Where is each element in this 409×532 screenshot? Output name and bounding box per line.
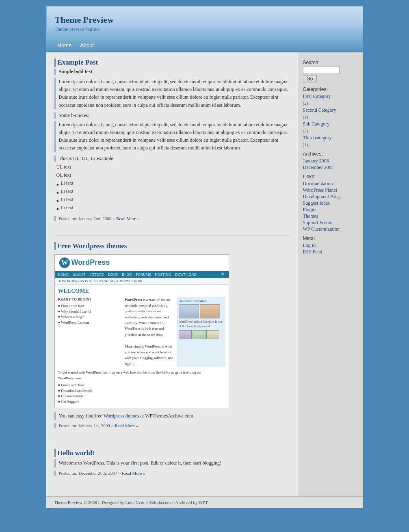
post-2-meta-wrapper: Posted on: January 1st, 2008 > Read More… <box>54 423 290 428</box>
theme-small-2 <box>193 330 206 339</box>
li-3: ● Li text <box>56 197 290 205</box>
archives-label: Archives: <box>303 151 358 157</box>
post-2-read-more[interactable]: Read More <box>115 423 134 428</box>
post-1-list-items: UL text OL text ● Li text ● Li text ● Li… <box>54 164 290 213</box>
post-2-body-wrapper: You can easy find free Wordpress themes … <box>54 412 290 420</box>
post-example: Example Post Simple bold text Lorem ipsu… <box>54 58 290 227</box>
link-wp-planet[interactable]: WordPress Planet <box>303 187 358 193</box>
post-1-bquote-label: Some b-quotes: <box>59 112 290 119</box>
meta-rss[interactable]: RSS Feed <box>303 249 358 255</box>
post-1-title: Example Post <box>58 58 290 67</box>
wp-mock-columns: READY TO BEGIN? ● Find a web host ● Why … <box>58 297 225 367</box>
post-3-title: Hello world! <box>58 449 290 457</box>
main-layout: Example Post Simple bold text Lorem ipsu… <box>46 52 363 496</box>
li-1-text: Li text <box>61 180 74 186</box>
post-3-body: Welcome to WordPress. This is your first… <box>59 459 290 467</box>
footer-solutia-link[interactable]: Solutia.com <box>149 500 171 505</box>
cat-4: Third category (1) <box>303 135 358 148</box>
site-footer: Theme Preview © 2008 > Designed by Luka … <box>46 496 363 508</box>
go-button[interactable]: Go <box>303 75 317 82</box>
search-label: Search: <box>303 60 358 65</box>
footer-designer-link[interactable]: Luka Cvrk <box>125 500 144 505</box>
link-plugins[interactable]: Plugins <box>303 207 358 213</box>
wp-mock-body: WELCOME READY TO BEGIN? ● Find a web hos… <box>55 285 229 408</box>
post-2-title: Free Wordpress themes <box>58 242 290 250</box>
categories-list: First Category (2) Second Category (1) S… <box>303 93 358 148</box>
site-header: Theme Preview Theme preview tagline <box>46 6 363 39</box>
post-3-meta: Posted on: December 26th, 2007 > Read Mo… <box>59 471 290 476</box>
post-1-list-label-wrapper: This is UL, OL, LI example: <box>54 156 290 162</box>
wp-mock-bottom: To get started with WordPress, set it up… <box>58 370 225 404</box>
cat-3-link[interactable]: Sub Category <box>303 121 358 127</box>
post-1-subtitle: Simple bold text <box>59 69 290 75</box>
li-ol: OL text <box>56 172 290 178</box>
cat-2-count: (1) <box>303 115 308 119</box>
footer-site-link[interactable]: Theme Preview <box>54 500 82 505</box>
li-3-text: Li text <box>61 197 74 203</box>
archive-dec-2007[interactable]: December 2007 <box>303 164 358 171</box>
divider-2 <box>54 443 290 443</box>
nav-about[interactable]: About <box>77 41 97 49</box>
wp-mock-nav: HOME ABOUT EXTEND DOCS BLOG FORUMS HOSTI… <box>55 271 229 278</box>
post-1-subtitle-wrapper: Simple bold text <box>54 69 290 75</box>
post-2-meta: Posted on: January 1st, 2008 > Read More… <box>59 423 290 428</box>
cat-4-link[interactable]: Third category <box>303 135 358 141</box>
link-dev-blog[interactable]: Development Blog <box>303 194 358 200</box>
link-support-forum[interactable]: Support Forum <box>303 220 358 226</box>
cat-1: First Category (2) <box>303 93 358 106</box>
link-documentation[interactable]: Documentation <box>303 181 358 187</box>
post-1-body2: Lorem ipsum dolor sit amet, consectetur … <box>59 121 290 152</box>
theme-box-1 <box>179 304 199 318</box>
wp-logo-container: W WordPress <box>59 257 110 268</box>
footer-copyright: © 2008 > Designed by <box>84 500 124 505</box>
footer-wpt-link[interactable]: WPT <box>199 500 208 505</box>
wp-mock-themes-col: Available Themes WordPress' admin interf… <box>177 297 225 367</box>
wp-mock-welcome: WELCOME <box>58 288 225 294</box>
cat-1-link[interactable]: First Category <box>303 93 358 99</box>
cat-3-count: (2) <box>303 128 308 133</box>
footer-archived: Archived by <box>175 500 198 505</box>
theme-boxes <box>179 304 223 318</box>
post-1-list-label: This is UL, OL, LI example: <box>59 156 290 162</box>
sidebar: Search: Go Categories: First Category (2… <box>298 52 363 496</box>
post-1-read-more[interactable]: Read More <box>116 216 136 221</box>
li-ul: UL text <box>56 164 290 170</box>
link-suggest-ideas[interactable]: Suggest Ideas <box>303 200 358 206</box>
li-4-text: Li text <box>61 205 74 211</box>
theme-small-boxes <box>179 330 223 339</box>
post-1-meta-wrapper: Posted on: January 2nd, 2008 > Read More… <box>54 216 290 221</box>
wp-mock-main: WELCOME READY TO BEGIN? ● Find a web hos… <box>55 285 229 408</box>
post-1-bquote-label-wrapper: Some b-quotes: <box>54 112 290 119</box>
site-tagline: Theme preview tagline <box>55 26 355 32</box>
meta-login[interactable]: Log in <box>303 242 358 249</box>
site-nav: Home About <box>46 39 363 52</box>
cat-2: Second Category (1) <box>303 107 358 120</box>
post-1-body1-wrapper: Lorem ipsum dolor sit amet, consectetur … <box>54 78 290 109</box>
post-1-body1: Lorem ipsum dolor sit amet, consectetur … <box>59 78 290 109</box>
post-3-body-wrapper: Welcome to WordPress. This is your first… <box>54 459 290 467</box>
post-2-title-wrapper: Free Wordpress themes <box>54 242 290 250</box>
divider-1 <box>54 236 290 236</box>
post-hello-world: Hello world! Welcome to WordPress. This … <box>54 449 290 482</box>
site-title: Theme Preview <box>55 15 355 25</box>
nav-home[interactable]: Home <box>54 41 75 49</box>
post-1-blockquote-wrapper: Lorem ipsum dolor sit amet, consectetur … <box>54 121 290 152</box>
post-3-read-more[interactable]: Read More <box>122 471 142 476</box>
archive-jan-2008[interactable]: January 2008 <box>303 158 358 164</box>
links-label: Links: <box>303 174 358 179</box>
wp-mock-left-col: READY TO BEGIN? ● Find a web host ● Why … <box>58 297 122 367</box>
link-wp-customization[interactable]: WP Customization <box>303 226 358 232</box>
categories-label: Categories: <box>303 87 358 92</box>
post-2-body: You can easy find free Wordpress themes … <box>59 412 290 420</box>
search-input[interactable] <box>303 67 340 74</box>
link-themes[interactable]: Themes <box>303 213 358 219</box>
theme-box-2 <box>200 304 220 318</box>
post-wp-themes: Free Wordpress themes W WordPress <box>54 242 290 435</box>
wp-mock-right-col: WordPress is a state-of-the-art semantic… <box>125 297 173 367</box>
wp-themes-link[interactable]: Wordpress themes <box>104 413 139 419</box>
cat-2-link[interactable]: Second Category <box>303 107 358 113</box>
li-4: ● Li text <box>56 205 290 213</box>
wordpress-logo-icon: W <box>59 257 70 268</box>
theme-small-3 <box>206 330 219 339</box>
cat-1-count: (2) <box>303 101 308 106</box>
